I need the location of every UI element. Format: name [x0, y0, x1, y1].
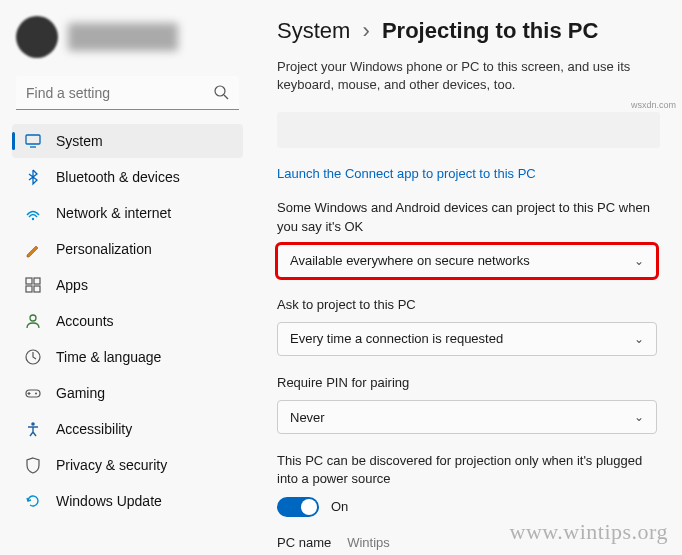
user-account-row[interactable] [8, 10, 247, 68]
sidebar-item-system[interactable]: System [12, 124, 243, 158]
time-language-icon [24, 348, 42, 366]
sidebar-item-label: Bluetooth & devices [56, 169, 180, 185]
require-pin-select[interactable]: Never ⌄ [277, 400, 657, 434]
sidebar-item-apps[interactable]: Apps [12, 268, 243, 302]
sidebar-item-label: Accessibility [56, 421, 132, 437]
chevron-right-icon: › [362, 18, 369, 43]
page-title: Projecting to this PC [382, 18, 598, 43]
sidebar-item-label: Windows Update [56, 493, 162, 509]
svg-line-1 [224, 95, 228, 99]
sidebar-item-time-language[interactable]: Time & language [12, 340, 243, 374]
ask-to-project-select[interactable]: Every time a connection is requested ⌄ [277, 322, 657, 356]
svg-rect-6 [34, 278, 40, 284]
shield-icon [24, 456, 42, 474]
availability-label: Some Windows and Android devices can pro… [277, 199, 660, 235]
chevron-down-icon: ⌄ [634, 254, 644, 268]
launch-connect-link[interactable]: Launch the Connect app to project to thi… [277, 166, 536, 181]
sidebar-item-label: Apps [56, 277, 88, 293]
sidebar-item-gaming[interactable]: Gaming [12, 376, 243, 410]
accessibility-icon [24, 420, 42, 438]
chevron-down-icon: ⌄ [634, 332, 644, 346]
breadcrumb: System › Projecting to this PC [277, 18, 660, 44]
require-pin-label: Require PIN for pairing [277, 374, 660, 392]
svg-rect-8 [34, 286, 40, 292]
ask-to-project-value: Every time a connection is requested [290, 331, 503, 346]
sidebar-item-label: Privacy & security [56, 457, 167, 473]
svg-rect-5 [26, 278, 32, 284]
system-icon [24, 132, 42, 150]
discover-toggle[interactable] [277, 497, 319, 517]
sidebar-item-label: Network & internet [56, 205, 171, 221]
sidebar-item-label: Time & language [56, 349, 161, 365]
user-name-redacted [68, 23, 178, 51]
sidebar-item-personalization[interactable]: Personalization [12, 232, 243, 266]
info-banner [277, 112, 660, 148]
svg-point-9 [30, 315, 36, 321]
chevron-down-icon: ⌄ [634, 410, 644, 424]
sidebar-item-windows-update[interactable]: Windows Update [12, 484, 243, 518]
sidebar-item-privacy[interactable]: Privacy & security [12, 448, 243, 482]
pcname-value: Wintips [347, 535, 390, 550]
bluetooth-icon [24, 168, 42, 186]
discover-toggle-label: On [331, 499, 348, 514]
windows-update-icon [24, 492, 42, 510]
sidebar: System Bluetooth & devices Network & int… [0, 0, 255, 555]
sidebar-item-label: Personalization [56, 241, 152, 257]
require-pin-value: Never [290, 410, 325, 425]
svg-point-4 [32, 218, 34, 220]
search-icon [213, 84, 229, 100]
accounts-icon [24, 312, 42, 330]
sidebar-item-label: Gaming [56, 385, 105, 401]
ask-to-project-label: Ask to project to this PC [277, 296, 660, 314]
search-input[interactable] [16, 76, 239, 110]
network-icon [24, 204, 42, 222]
availability-select[interactable]: Available everywhere on secure networks … [277, 244, 657, 278]
nav-list: System Bluetooth & devices Network & int… [8, 124, 247, 518]
svg-rect-2 [26, 135, 40, 144]
apps-icon [24, 276, 42, 294]
main-content: System › Projecting to this PC Project y… [255, 0, 682, 555]
credit-text: wsxdn.com [631, 100, 676, 110]
svg-point-0 [215, 86, 225, 96]
breadcrumb-parent[interactable]: System [277, 18, 350, 43]
sidebar-item-bluetooth[interactable]: Bluetooth & devices [12, 160, 243, 194]
avatar [16, 16, 58, 58]
svg-rect-7 [26, 286, 32, 292]
sidebar-item-label: System [56, 133, 103, 149]
discover-label: This PC can be discovered for projection… [277, 452, 660, 488]
gaming-icon [24, 384, 42, 402]
pcname-key: PC name [277, 535, 331, 550]
sidebar-item-accessibility[interactable]: Accessibility [12, 412, 243, 446]
availability-value: Available everywhere on secure networks [290, 253, 530, 268]
svg-point-12 [35, 393, 37, 395]
sidebar-item-label: Accounts [56, 313, 114, 329]
sidebar-item-network[interactable]: Network & internet [12, 196, 243, 230]
page-description: Project your Windows phone or PC to this… [277, 58, 660, 94]
svg-point-13 [31, 422, 35, 426]
sidebar-item-accounts[interactable]: Accounts [12, 304, 243, 338]
personalization-icon [24, 240, 42, 258]
